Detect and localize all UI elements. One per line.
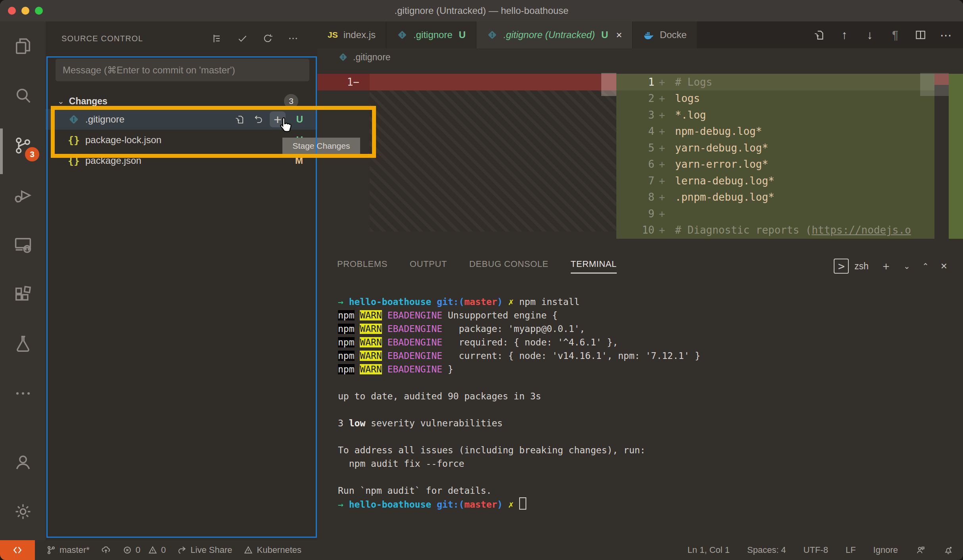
terminal-line: npm WARN EBADENGINE package: 'myapp@0.0.…: [338, 322, 700, 336]
account-icon: [13, 452, 33, 472]
eol-status[interactable]: LF: [846, 545, 856, 555]
changes-file-list: .gitignore+U{}package-lock.jsonU{}packag…: [46, 109, 317, 171]
stage-changes-button[interactable]: +: [270, 111, 286, 127]
close-panel-button[interactable]: ×: [941, 260, 947, 272]
breadcrumb[interactable]: .gitignore: [317, 48, 963, 66]
added-line-2: 2+logs: [616, 90, 934, 107]
panel-tab-problems[interactable]: PROBLEMS: [337, 259, 388, 274]
sidebar-actions: [209, 30, 301, 47]
commit-message-input[interactable]: [56, 59, 309, 81]
problems-status[interactable]: 0 0: [122, 545, 166, 555]
commit-button[interactable]: [234, 30, 251, 47]
added-sign: +: [656, 191, 668, 203]
terminal-line: → hello-boathouse git:(master) ✗ npm ins…: [338, 295, 700, 309]
tab-label: index.js: [343, 29, 376, 40]
indentation-status[interactable]: Spaces: 4: [747, 545, 786, 555]
panel-header: PROBLEMSOUTPUTDEBUG CONSOLETERMINAL > zs…: [317, 254, 963, 278]
line-link-text: https://nodejs.o: [811, 224, 911, 236]
toggle-whitespace-button[interactable]: ¶: [888, 27, 903, 42]
discard-icon: [253, 114, 264, 125]
more-actions-button[interactable]: ⋯: [938, 27, 953, 42]
terminal-icon: >: [834, 259, 849, 274]
added-line-10: 10+# Diagnostic reports (https://nodejs.…: [616, 222, 934, 239]
new-terminal-button[interactable]: ＋: [881, 259, 892, 274]
activity-item-source-control[interactable]: 3: [0, 121, 46, 170]
file-row-package.json[interactable]: {}package.jsonM: [46, 150, 317, 171]
sidebar-title: SOURCE CONTROL: [61, 34, 143, 43]
line-number: 4: [616, 125, 654, 137]
activity-item-explorer[interactable]: [0, 21, 46, 71]
terminal-line: up to date, audited 90 packages in 3s: [338, 389, 700, 403]
file-row-.gitignore[interactable]: .gitignore+U: [46, 109, 317, 130]
breadcrumb-file: .gitignore: [353, 52, 391, 63]
terminal-line: npm WARN EBADENGINE }: [338, 362, 700, 376]
activity-item-settings[interactable]: [0, 487, 46, 536]
file-name: .gitignore: [85, 114, 125, 125]
language-mode-status[interactable]: Ignore: [873, 545, 898, 555]
editor-group: JSindex.js.gitignoreU.gitignore (Untrack…: [317, 21, 963, 254]
added-sign: +: [656, 76, 668, 88]
git-status-M: M: [295, 155, 303, 166]
commit-message-box: [56, 59, 309, 81]
previous-change-button[interactable]: ↑: [837, 27, 852, 42]
terminal-line: [338, 376, 700, 389]
next-change-button[interactable]: ↓: [862, 27, 877, 42]
line-number: 10: [616, 224, 654, 236]
right-scrollbar-slider[interactable]: [920, 73, 949, 96]
close-tab-icon[interactable]: ×: [616, 29, 622, 41]
activity-item-search[interactable]: [0, 71, 46, 121]
terminal-output[interactable]: → hello-boathouse git:(master) ✗ npm ins…: [338, 295, 700, 511]
branch-status[interactable]: master*: [46, 545, 90, 555]
encoding-status[interactable]: UTF-8: [804, 545, 828, 555]
cursor-position-status[interactable]: Ln 1, Col 1: [687, 545, 729, 555]
diff-original-pane[interactable]: 1−: [317, 66, 616, 254]
panel-tab-debug-console[interactable]: DEBUG CONSOLE: [469, 259, 549, 274]
feedback-button[interactable]: [915, 545, 926, 555]
discard-changes-button[interactable]: [251, 111, 267, 127]
tab-docke[interactable]: Docke: [633, 21, 697, 48]
line-text: # Logs: [675, 76, 712, 88]
panel-controls: > zsh ＋ ⌄ ⌃ ×: [834, 259, 947, 274]
activity-item-testing[interactable]: [0, 319, 46, 368]
file-row-package-lock.json[interactable]: {}package-lock.jsonU: [46, 130, 317, 150]
tab-index.js[interactable]: JSindex.js: [317, 21, 386, 48]
terminal-line: npm WARN EBADENGINE required: { node: '^…: [338, 336, 700, 349]
feedback-icon: [915, 545, 926, 555]
activity-item-more[interactable]: [0, 368, 46, 418]
refresh-button[interactable]: [259, 30, 276, 47]
line-text: yarn-debug.log*: [675, 142, 768, 154]
tab-.gitignore-untracked-[interactable]: .gitignore (Untracked)U×: [476, 21, 633, 48]
diff-modified-pane[interactable]: 1+# Logs2+logs3+*.log4+npm-debug.log*5+y…: [616, 66, 963, 254]
maximize-panel-button[interactable]: ⌃: [922, 261, 929, 271]
tab-.gitignore[interactable]: .gitignoreU: [386, 21, 476, 48]
added-line-7: 7+lerna-debug.log*: [616, 173, 934, 189]
publish-changes-button[interactable]: [101, 545, 111, 555]
open-changes-button[interactable]: [811, 27, 827, 42]
terminal-line: → hello-boathouse git:(master) ✗: [338, 497, 700, 511]
open-file-button[interactable]: [232, 111, 247, 127]
remote-icon: [13, 234, 33, 255]
split-editor-button[interactable]: [913, 27, 928, 42]
notifications-button[interactable]: [943, 545, 953, 555]
kubernetes-status[interactable]: Kubernetes: [243, 545, 301, 555]
search-icon: [13, 86, 33, 106]
terminal-dropdown-chevron[interactable]: ⌄: [904, 261, 910, 271]
line-number: 9: [616, 208, 654, 220]
changes-section-header[interactable]: ⌄ Changes 3: [46, 93, 317, 109]
added-sign: +: [656, 208, 668, 220]
panel-tab-output[interactable]: OUTPUT: [410, 259, 447, 274]
tab-label: .gitignore: [413, 29, 453, 40]
activity-item-remote-explorer[interactable]: [0, 220, 46, 269]
line-text: # Diagnostic reports (: [675, 224, 811, 236]
activity-item-run-debug[interactable]: [0, 170, 46, 220]
check-icon: [236, 33, 248, 44]
activity-item-accounts[interactable]: [0, 437, 46, 487]
panel-tab-terminal[interactable]: TERMINAL: [571, 259, 617, 274]
added-sign: +: [656, 109, 668, 121]
view-as-tree-button[interactable]: [209, 30, 225, 47]
live-share-button[interactable]: Live Share: [177, 545, 232, 555]
left-scrollbar-slider[interactable]: [601, 73, 616, 96]
more-actions-button[interactable]: [285, 30, 301, 47]
remote-indicator[interactable]: [0, 540, 35, 560]
activity-item-extensions[interactable]: [0, 269, 46, 319]
